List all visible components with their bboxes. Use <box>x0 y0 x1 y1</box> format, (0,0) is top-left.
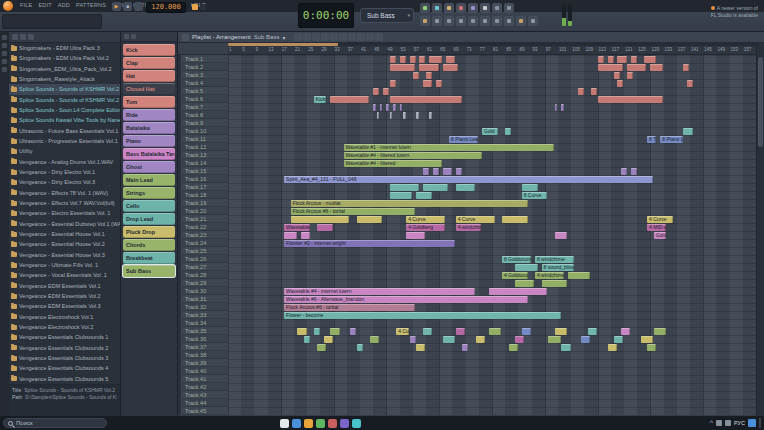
menu-edit[interactable]: EDIT <box>35 1 54 9</box>
pattern-clip[interactable] <box>386 104 389 111</box>
pattern-clip[interactable] <box>614 336 623 343</box>
pattern-clip[interactable] <box>542 280 568 287</box>
pattern-clip[interactable] <box>429 112 432 119</box>
metronome-button[interactable] <box>516 16 526 26</box>
track-header[interactable]: Track 43 <box>178 391 228 399</box>
track-header[interactable]: Track 41 <box>178 375 228 383</box>
pattern-clip[interactable] <box>631 168 637 175</box>
pattern-clip[interactable] <box>627 72 633 79</box>
browser-item[interactable]: Vengeance Essentials Clubsounds 5 <box>9 374 120 384</box>
pattern-clip[interactable]: Flock Arcous - mutilat <box>291 200 528 207</box>
playlist-options-icon[interactable] <box>182 34 189 41</box>
timeline-ruler[interactable]: 1591317212529333741454953576165697377818… <box>228 46 756 55</box>
browser-item[interactable]: Splice Sounds - Soun.L4 Complete Edition <box>9 105 120 115</box>
typing-keyboard-button[interactable] <box>528 16 538 26</box>
pattern-clip[interactable] <box>555 232 568 239</box>
track-header[interactable]: Track 29 <box>178 279 228 287</box>
pattern-clip[interactable] <box>644 56 657 63</box>
track-header[interactable]: Track 36 <box>178 335 228 343</box>
pattern-clip[interactable]: 4 windchime <box>456 224 482 231</box>
pattern-clip[interactable] <box>416 112 419 119</box>
pattern-clip[interactable]: 4 Curve <box>396 328 409 335</box>
browser-item[interactable]: Vengeance - Ultimate Fills Vol. 1 <box>9 260 120 270</box>
channel-bass-balalaika-targets[interactable]: Bass Balalaika Targets <box>123 148 175 160</box>
taskbar-app-icon[interactable] <box>340 419 349 428</box>
channel-chords[interactable]: Chords <box>123 239 175 251</box>
taskbar-app-icon[interactable] <box>328 419 337 428</box>
pattern-clip[interactable] <box>555 104 558 111</box>
browser-item[interactable]: Vengeance - Essential Dubstep Vol.1 (WAV… <box>9 219 120 229</box>
track-header[interactable]: Track 16 <box>178 175 228 183</box>
browser-item[interactable]: Singomakers - EDM Ultra Pack Vol.2 <box>9 53 120 63</box>
pattern-clip[interactable] <box>373 104 376 111</box>
track-header[interactable]: Track 8 <box>178 111 228 119</box>
browser-tab-icon[interactable] <box>2 51 7 56</box>
copy-button[interactable] <box>492 16 502 26</box>
pattern-clip[interactable] <box>393 104 396 111</box>
pattern-clip[interactable]: Flock Arcous #6 - tortial <box>284 304 415 311</box>
pattern-clip[interactable]: 8 Curve <box>522 192 548 199</box>
browser-tab-icon[interactable] <box>2 43 7 48</box>
browser-search-icon[interactable] <box>28 34 34 40</box>
slice-icon[interactable] <box>348 33 356 41</box>
browser-item[interactable]: Splice Sounds - Sounds of KSHMR Vol.2 <box>9 95 120 105</box>
channel-rack-button[interactable] <box>444 3 454 13</box>
track-header[interactable]: Track 10 <box>178 127 228 135</box>
help-button[interactable] <box>504 3 514 13</box>
pattern-clip[interactable] <box>357 344 363 351</box>
pattern-clip[interactable]: Wavetable #6 - Afterwave_brandon <box>284 296 528 303</box>
pattern-clip[interactable]: 8 Trio <box>647 136 656 143</box>
browser-item[interactable]: Vengeance EDM Essentials Vol.3 <box>9 301 120 311</box>
browser-button[interactable] <box>468 3 478 13</box>
pattern-clip[interactable]: 8 Piano Lead <box>449 136 478 143</box>
pattern-clip[interactable] <box>614 72 620 79</box>
pattern-clip[interactable] <box>515 336 524 343</box>
pattern-clip[interactable] <box>446 56 455 63</box>
pattern-clip[interactable]: 4 Curve <box>406 216 445 223</box>
track-header[interactable]: Track 31 <box>178 295 228 303</box>
browser-refresh-icon[interactable] <box>20 34 26 40</box>
browser-item[interactable]: Vengeance Essentials Clubsounds 3 <box>9 353 120 363</box>
track-header[interactable]: Track 14 <box>178 159 228 167</box>
channel-hat[interactable]: Hat <box>123 70 175 82</box>
pattern-clip[interactable] <box>598 56 604 63</box>
piano-roll-button[interactable] <box>432 3 442 13</box>
channel-tom[interactable]: Tom <box>123 96 175 108</box>
pattern-clip[interactable]: 8 Piano Lead <box>660 136 683 143</box>
hidden-icons-chevron[interactable]: ^ <box>710 418 713 428</box>
rack-menu-icon[interactable] <box>124 34 129 39</box>
pattern-clip[interactable]: Wavetable #4 - littered lutern <box>344 152 482 159</box>
pattern-clip[interactable] <box>561 344 570 351</box>
channel-main-lead[interactable]: Main Lead <box>123 174 175 186</box>
notifications-icon[interactable] <box>748 419 756 427</box>
pattern-clip[interactable] <box>304 336 310 343</box>
redo-button[interactable] <box>468 16 478 26</box>
pattern-clip[interactable] <box>410 336 416 343</box>
browser-item[interactable]: Splice Sounds Kawaii Vibe Tools by Nanex <box>9 115 120 125</box>
track-header[interactable]: Track 28 <box>178 271 228 279</box>
pattern-mode-led[interactable] <box>192 4 198 10</box>
pattern-clip[interactable] <box>687 80 693 87</box>
browser-item[interactable]: Vengeance - Electro Essentials Vol. 1 <box>9 208 120 218</box>
pattern-clip[interactable] <box>627 64 646 71</box>
track-header[interactable]: Track 38 <box>178 351 228 359</box>
browser-tab-icon[interactable] <box>2 59 7 64</box>
select-icon[interactable] <box>357 33 365 41</box>
pattern-clip[interactable] <box>509 344 518 351</box>
paint-icon[interactable] <box>321 33 329 41</box>
track-header[interactable]: Track 7 <box>178 103 228 111</box>
pattern-clip[interactable] <box>390 112 393 119</box>
pattern-clip[interactable] <box>598 96 663 103</box>
pattern-clip[interactable] <box>617 56 626 63</box>
pattern-clip[interactable] <box>650 64 663 71</box>
pattern-clip[interactable]: Kicks <box>314 96 327 103</box>
pattern-clip[interactable] <box>581 336 590 343</box>
pattern-clip[interactable] <box>380 104 383 111</box>
pattern-clip[interactable]: Flock Arcous #6 - tortial <box>291 208 416 215</box>
browser-item[interactable]: Vengeance - Effects 78 Vol. 1 (WAV) <box>9 188 120 198</box>
pattern-clip[interactable] <box>456 168 462 175</box>
pattern-clip[interactable] <box>416 344 425 351</box>
playlist-subtitle[interactable]: Sub Bass <box>254 34 280 40</box>
pattern-clip[interactable]: Wavetables <box>284 224 310 231</box>
browser-back-icon[interactable] <box>12 34 18 40</box>
